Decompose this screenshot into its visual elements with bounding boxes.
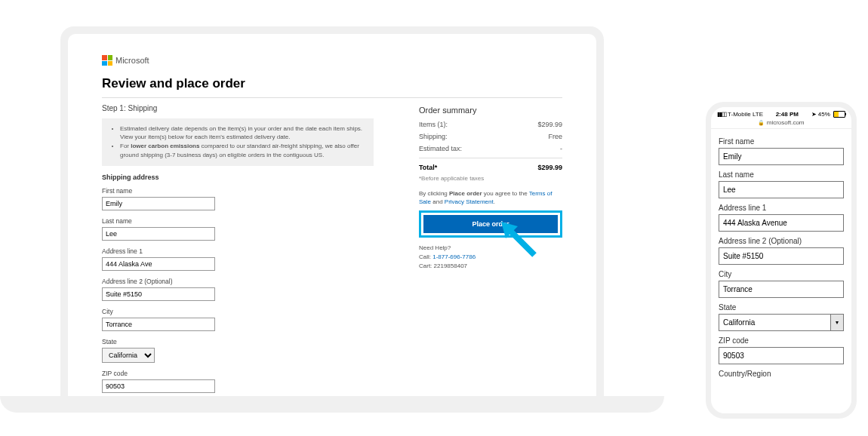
page-title: Review and place order	[102, 76, 562, 91]
ship-label: Shipping:	[419, 133, 448, 140]
carrier-label: ▮▮▯▯ T-Mobile LTE	[717, 111, 763, 118]
notice-bullet-1: Estimated delivery date depends on the i…	[120, 124, 366, 141]
items-value: $299.99	[537, 121, 562, 128]
summary-divider	[419, 158, 562, 158]
total-label: Total*	[419, 164, 437, 171]
laptop-device: Microsoft Review and place order Step 1:…	[0, 26, 664, 434]
laptop-base	[0, 396, 664, 413]
state-label: State	[102, 338, 374, 345]
tax-value: -	[560, 145, 562, 152]
total-value: $299.99	[537, 164, 562, 171]
addr2-input[interactable]	[102, 287, 215, 301]
first-name-label: First name	[102, 187, 374, 195]
field-state: State California	[102, 338, 374, 363]
m-last-name-label: Last name	[719, 170, 844, 179]
place-order-highlight: Place order	[419, 210, 562, 238]
help-title: Need Help?	[419, 244, 562, 253]
m-last-name-input[interactable]	[719, 181, 844, 198]
city-input[interactable]	[102, 318, 215, 331]
state-select[interactable]: California	[102, 348, 155, 363]
field-addr1: Address line 1	[102, 247, 374, 271]
place-order-button[interactable]: Place order	[423, 215, 558, 233]
field-addr2: Address line 2 (Optional)	[102, 278, 374, 301]
shipping-section-title: Shipping address	[102, 173, 374, 181]
clock: 2:48 PM	[776, 111, 799, 118]
m-city-label: City	[719, 270, 844, 278]
last-name-label: Last name	[102, 217, 374, 225]
microsoft-logo-icon	[102, 55, 112, 66]
city-label: City	[102, 308, 374, 315]
m-addr1-label: Address line 1	[719, 204, 844, 212]
step-label: Step 1: Shipping	[102, 104, 374, 112]
m-country-label: Country/Region	[719, 370, 844, 378]
m-zip-label: ZIP code	[719, 336, 844, 345]
field-first-name: First name	[102, 187, 374, 210]
zip-input[interactable]	[102, 379, 215, 393]
brand-logo: Microsoft	[102, 55, 562, 66]
last-name-input[interactable]	[102, 227, 215, 241]
chevron-down-icon: ▾	[836, 319, 839, 326]
help-section: Need Help? Call: 1-877-696-7786 Cart: 22…	[419, 244, 562, 271]
addr2-label: Address line 2 (Optional)	[102, 278, 374, 285]
m-addr2-input[interactable]	[719, 247, 844, 265]
total-note: *Before applicable taxes	[419, 175, 562, 182]
status-bar: ▮▮▯▯ T-Mobile LTE 2:48 PM ➤ 45%	[711, 107, 851, 119]
items-label: Items (1):	[419, 121, 448, 128]
zip-label: ZIP code	[102, 370, 374, 377]
m-state-input[interactable]	[719, 314, 830, 331]
m-first-name-label: First name	[719, 137, 844, 146]
battery-icon	[833, 111, 845, 118]
nav-icon: ➤	[811, 111, 817, 118]
field-last-name: Last name	[102, 217, 374, 241]
brand-name: Microsoft	[115, 56, 149, 65]
laptop-screen: Microsoft Review and place order Step 1:…	[60, 26, 604, 396]
order-summary: Order summary Items (1):$299.99 Shipping…	[419, 104, 562, 396]
tax-label: Estimated tax:	[419, 145, 462, 152]
legal-text: By clicking Place order you agree to the…	[419, 189, 562, 206]
first-name-input[interactable]	[102, 197, 215, 210]
battery-percent: 45%	[818, 111, 830, 118]
help-cart-label: Cart:	[419, 263, 434, 269]
left-column: Step 1: Shipping Estimated delivery date…	[102, 104, 374, 396]
privacy-link[interactable]: Privacy Statement	[445, 198, 494, 205]
m-state-dropdown-button[interactable]: ▾	[830, 314, 844, 331]
m-state-label: State	[719, 303, 844, 312]
notice-bullet-2: For lower carbon emissions compared to o…	[120, 142, 366, 158]
m-addr2-label: Address line 2 (Optional)	[719, 237, 844, 245]
divider	[102, 97, 562, 98]
url-text: microsoft.com	[767, 119, 805, 126]
addr1-input[interactable]	[102, 257, 215, 271]
checkout-page: Microsoft Review and place order Step 1:…	[68, 34, 596, 396]
summary-title: Order summary	[419, 106, 562, 115]
help-phone-link[interactable]: 1-877-696-7786	[432, 253, 476, 260]
signal-icon: ▮▮▯▯	[717, 111, 726, 118]
battery-status: ➤ 45%	[811, 111, 845, 118]
addr1-label: Address line 1	[102, 247, 374, 255]
lock-icon: 🔒	[758, 120, 765, 125]
ship-value: Free	[548, 133, 562, 140]
field-city: City	[102, 308, 374, 331]
phone-device: ▮▮▯▯ T-Mobile LTE 2:48 PM ➤ 45% 🔒 micros…	[706, 102, 857, 419]
help-cart-num: 2219858407	[434, 263, 468, 269]
mobile-form: First name Last name Address line 1 Addr…	[711, 129, 851, 378]
address-bar[interactable]: 🔒 microsoft.com	[711, 119, 851, 129]
help-call-label: Call:	[419, 253, 432, 260]
m-city-input[interactable]	[719, 281, 844, 298]
phone-screen: ▮▮▯▯ T-Mobile LTE 2:48 PM ➤ 45% 🔒 micros…	[711, 107, 851, 413]
field-zip: ZIP code	[102, 370, 374, 393]
m-zip-input[interactable]	[719, 347, 844, 364]
m-addr1-input[interactable]	[719, 214, 844, 232]
shipping-notice: Estimated delivery date depends on the i…	[102, 118, 374, 166]
m-first-name-input[interactable]	[719, 148, 844, 165]
